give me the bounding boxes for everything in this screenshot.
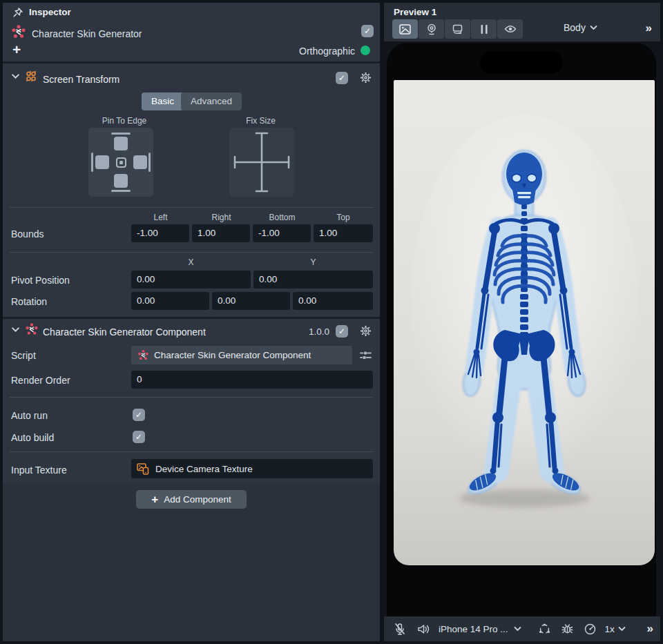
auto-build-label: Auto build <box>11 432 54 443</box>
plus-icon: + <box>151 494 158 505</box>
pause-icon <box>480 24 488 35</box>
orthographic-status-dot[interactable] <box>361 46 370 55</box>
zoom-select-dropdown[interactable]: 1x <box>605 624 626 634</box>
connected-lens-icon[interactable] <box>538 623 551 636</box>
bottom-bar-expand-icon[interactable]: » <box>647 622 652 636</box>
inspector-panel: Inspector Character Skin Generator ✓ + O… <box>3 3 380 641</box>
device-camera-texture-icon <box>137 462 150 475</box>
rotation-z-input[interactable]: 0.00 <box>293 292 373 310</box>
screen-transform-enabled-checkbox[interactable]: ✓ <box>336 72 348 84</box>
chevron-down-icon <box>514 626 521 632</box>
bounds-right-input[interactable]: 1.00 <box>192 224 250 242</box>
input-texture-picker[interactable]: Device Camera Texture <box>131 459 373 478</box>
divider <box>3 317 380 319</box>
pin-right-button[interactable] <box>133 155 147 169</box>
pin-icon[interactable] <box>12 7 23 18</box>
fix-size-cross-icon <box>229 128 294 197</box>
object-enabled-checkbox[interactable]: ✓ <box>361 25 374 37</box>
pivot-position-label: Pivot Position <box>11 275 70 286</box>
rotation-x-input[interactable]: 0.00 <box>131 292 209 310</box>
screen-transform-icon <box>25 70 37 82</box>
rotation-y-input[interactable]: 0.00 <box>212 292 290 310</box>
pin-center-dot <box>119 161 123 164</box>
fix-size-label: Fix Size <box>228 116 294 126</box>
preview-panel: Preview 1 <box>384 3 660 641</box>
bounds-top-input[interactable]: 1.00 <box>314 224 373 242</box>
rotate-preview-icon <box>452 23 463 35</box>
script-asset-icon <box>137 349 149 361</box>
pin-center-button[interactable] <box>116 157 126 168</box>
divider <box>10 451 373 452</box>
camera-select-dropdown[interactable]: Body <box>564 22 597 33</box>
script-options-icon[interactable] <box>360 350 372 360</box>
divider <box>10 252 373 253</box>
character-skin-generator-icon <box>11 24 26 39</box>
pivot-col-y: Y <box>253 257 373 267</box>
pin-to-edge-widget[interactable] <box>88 128 153 197</box>
component-version: 1.0.0 <box>309 326 329 337</box>
component-gear-icon[interactable] <box>359 324 372 338</box>
bounds-bottom-input[interactable]: -1.00 <box>253 224 311 242</box>
pin-edge-right-line <box>148 153 151 172</box>
preview-bottom-bar: iPhone 14 Pro ... <box>384 616 660 641</box>
chevron-down-icon <box>618 626 626 632</box>
script-value: Character Skin Generator Component <box>154 350 311 360</box>
webcam-mode-button[interactable] <box>419 19 444 39</box>
input-texture-label: Input Texture <box>11 465 67 476</box>
component-collapse-icon[interactable] <box>11 325 20 334</box>
rotation-label: Rotation <box>11 296 47 307</box>
screen-transform-title: Screen Transform <box>43 74 119 85</box>
microphone-muted-icon[interactable] <box>394 623 406 636</box>
bounds-col-left: Left <box>131 213 190 222</box>
device-select-dropdown[interactable]: iPhone 14 Pro ... <box>439 624 521 634</box>
pause-button[interactable] <box>471 19 497 39</box>
zoom-select-value: 1x <box>605 624 615 634</box>
pivot-y-input[interactable]: 0.00 <box>253 271 373 289</box>
performance-gauge-icon[interactable] <box>584 623 597 636</box>
preview-viewport[interactable] <box>384 41 660 616</box>
fix-size-widget[interactable] <box>229 128 294 197</box>
tab-basic[interactable]: Basic <box>142 92 184 110</box>
pin-edge-top-line <box>111 133 131 135</box>
script-label: Script <box>11 350 36 361</box>
interactive-mode-button[interactable] <box>445 19 470 39</box>
tab-advanced[interactable]: Advanced <box>181 92 242 110</box>
camera-select-value: Body <box>564 22 586 33</box>
script-picker[interactable]: Character Skin Generator Component <box>131 346 352 364</box>
divider <box>10 397 373 398</box>
visibility-button[interactable] <box>497 19 523 39</box>
pivot-x-input[interactable]: 0.00 <box>131 271 251 289</box>
debug-bug-icon[interactable] <box>561 623 574 635</box>
preview-title: Preview 1 <box>394 7 436 17</box>
chevron-down-icon <box>590 25 597 30</box>
pin-bottom-button[interactable] <box>114 174 128 188</box>
image-mode-button[interactable] <box>392 19 418 39</box>
component-icon <box>25 322 39 336</box>
pin-top-button[interactable] <box>114 137 128 150</box>
toolbar-expand-icon[interactable]: » <box>646 21 651 35</box>
divider <box>3 61 380 64</box>
render-order-input[interactable]: 0 <box>131 371 373 389</box>
pin-left-button[interactable] <box>95 155 109 169</box>
orthographic-label: Orthographic <box>299 46 355 57</box>
phone-mockup <box>387 43 656 616</box>
screen-transform-gear-icon[interactable] <box>359 71 372 84</box>
phone-screen[interactable] <box>394 80 655 565</box>
add-component-button[interactable]: + Add Component <box>136 490 247 509</box>
auto-run-checkbox[interactable]: ✓ <box>133 409 145 421</box>
speaker-icon[interactable] <box>417 623 430 635</box>
bounds-col-right: Right <box>192 213 251 222</box>
bounds-label: Bounds <box>11 228 44 240</box>
pivot-col-x: X <box>131 257 251 267</box>
render-order-label: Render Order <box>11 375 70 386</box>
object-name: Character Skin Generator <box>32 28 142 39</box>
device-select-value: iPhone 14 Pro ... <box>439 624 508 634</box>
screen-transform-collapse-icon[interactable] <box>11 72 20 81</box>
bounds-left-input[interactable]: -1.00 <box>131 224 189 242</box>
add-object-icon[interactable]: + <box>12 41 21 58</box>
component-enabled-checkbox[interactable]: ✓ <box>336 325 348 338</box>
pin-to-edge-label: Pin To Edge <box>86 116 162 126</box>
inspector-footer: + Add Component <box>3 484 380 641</box>
dynamic-island <box>480 51 563 74</box>
auto-build-checkbox[interactable]: ✓ <box>133 431 145 443</box>
